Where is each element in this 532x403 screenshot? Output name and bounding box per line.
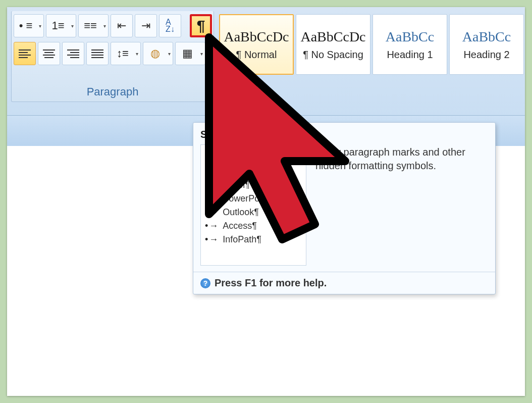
borders-button[interactable]: ▦ xyxy=(175,42,205,65)
style-label: ¶ Normal xyxy=(236,49,277,61)
thumb-item: Outlook¶ xyxy=(205,206,302,219)
bullets-icon: • ≡ xyxy=(19,20,33,31)
style-card-0[interactable]: AaBbCcDc¶ Normal xyxy=(219,14,294,75)
paragraph-group: • ≡ 1≡ ≡≡ ⇤ ⇥ AZ↓ xyxy=(11,11,214,102)
screen-tip: Show/Hide ¶ Microsoft·Office¶ Word¶Excel… xyxy=(193,122,496,294)
increase-indent-button[interactable]: ⇥ xyxy=(135,14,157,37)
borders-icon: ▦ xyxy=(182,48,193,59)
line-spacing-button[interactable]: ↕≡ xyxy=(111,42,141,65)
align-center-button[interactable] xyxy=(38,42,60,65)
increase-indent-icon: ⇥ xyxy=(141,20,150,31)
thumb-item: InfoPath¶ xyxy=(205,233,302,246)
multilevel-icon: ≡≡ xyxy=(84,20,97,31)
decrease-indent-icon: ⇤ xyxy=(117,20,126,31)
line-spacing-icon: ↕≡ xyxy=(117,48,129,59)
style-preview: AaBbCcDc xyxy=(300,29,365,45)
sort-icon: AZ↓ xyxy=(166,19,175,33)
thumb-header: Microsoft·Office¶ xyxy=(205,149,302,163)
screen-tip-title: Show/Hide ¶ xyxy=(193,123,495,144)
ribbon: • ≡ 1≡ ≡≡ ⇤ ⇥ AZ↓ xyxy=(7,7,525,116)
screen-tip-footer-text: Press F1 for more help. xyxy=(215,277,327,289)
numbering-button[interactable]: 1≡ xyxy=(46,14,76,37)
style-label: Heading 1 xyxy=(387,49,433,61)
style-card-2[interactable]: AaBbCcHeading 1 xyxy=(373,14,447,75)
align-right-button[interactable] xyxy=(62,42,84,65)
style-card-3[interactable]: AaBbCcHeading 2 xyxy=(449,14,524,75)
screen-tip-thumbnail: Microsoft·Office¶ Word¶Excel¶PowerPoint¶… xyxy=(200,144,306,266)
pilcrow-icon: ¶ xyxy=(197,17,205,34)
sort-button[interactable]: AZ↓ xyxy=(159,14,181,37)
thumb-item: PowerPoint¶ xyxy=(205,192,302,206)
numbering-icon: 1≡ xyxy=(51,20,64,31)
shading-icon: ◍ xyxy=(150,48,160,59)
thumb-item: Excel¶ xyxy=(205,178,302,192)
app-frame: • ≡ 1≡ ≡≡ ⇤ ⇥ AZ↓ xyxy=(7,7,525,396)
screen-tip-footer: ? Press F1 for more help. xyxy=(193,272,495,294)
align-left-icon xyxy=(19,49,31,58)
align-right-icon xyxy=(67,49,79,58)
help-icon: ? xyxy=(200,278,210,288)
style-label: Heading 2 xyxy=(463,49,509,61)
justify-icon xyxy=(91,49,103,58)
style-label: ¶ No Spacing xyxy=(303,49,363,61)
multilevel-list-button[interactable]: ≡≡ xyxy=(78,14,109,37)
style-preview: AaBbCc xyxy=(462,29,511,45)
shading-button[interactable]: ◍ xyxy=(143,42,173,65)
paragraph-group-label: Paragraph xyxy=(12,85,214,98)
style-card-1[interactable]: AaBbCcDc¶ No Spacing xyxy=(296,14,370,75)
style-preview: AaBbCcDc xyxy=(224,29,289,45)
justify-button[interactable] xyxy=(86,42,109,65)
show-hide-pilcrow-button[interactable]: ¶ xyxy=(190,14,212,37)
styles-gallery[interactable]: AaBbCcDc¶ NormalAaBbCcDc¶ No SpacingAaBb… xyxy=(219,14,524,75)
align-left-button[interactable] xyxy=(14,42,36,65)
style-preview: AaBbCc xyxy=(386,29,434,45)
align-center-icon xyxy=(43,49,55,58)
screen-tip-description: Show paragraph marks and other hidden fo… xyxy=(315,144,488,266)
decrease-indent-button[interactable]: ⇤ xyxy=(111,14,133,37)
bullets-button[interactable]: • ≡ xyxy=(14,14,44,37)
thumb-item: Word¶ xyxy=(205,165,302,178)
thumb-item: Access¶ xyxy=(205,219,302,233)
